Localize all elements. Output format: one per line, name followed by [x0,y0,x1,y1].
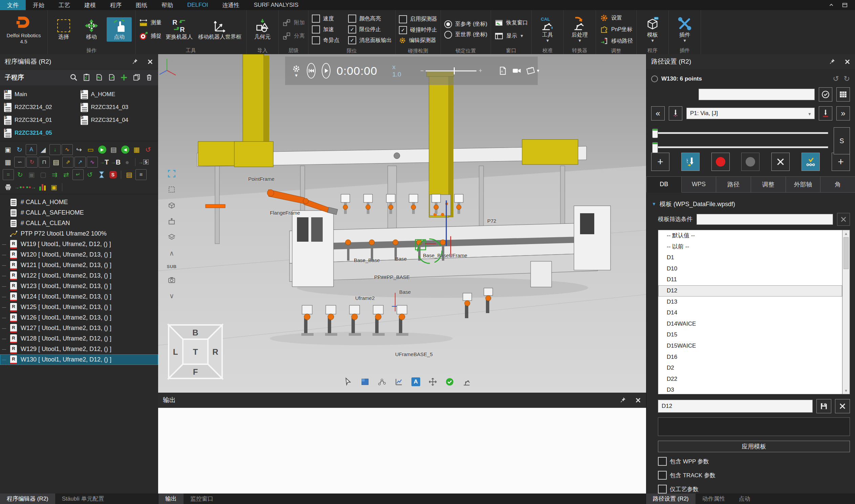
robot-jog-icon[interactable] [461,376,472,387]
export-pdf-icon[interactable]: A [498,66,507,75]
subprogram-Main[interactable]: MMain [3,88,79,101]
branch-if-icon[interactable]: ⇉ [50,169,60,180]
limit-option2-2[interactable]: 消息面板输出 [348,36,392,44]
attach-button[interactable]: 附加 [282,18,305,28]
swap-robot-button[interactable]: RR 更换机器人 [164,17,194,42]
curve-point-icon[interactable]: ∿ [87,157,98,167]
menu-item-4[interactable]: 程序 [103,0,129,10]
chevron-down-icon[interactable]: ∨ [166,291,177,301]
open-folder-icon[interactable]: ▤ [51,157,61,167]
output-content[interactable] [158,408,646,493]
position-slider[interactable] [653,132,828,134]
template-item-D2[interactable]: D2 [658,362,842,374]
simulation-ok-icon[interactable] [444,376,455,387]
statement-row-12[interactable]: —RW127 [ Utool1, Uframe2, D13, () ] [0,323,158,334]
collision-option-1-checkbox[interactable] [399,26,407,34]
collision-option-0-checkbox[interactable] [399,15,407,23]
statement-row-9[interactable]: —RW124 [ Utool1, Uframe2, D13, () ] [0,291,158,302]
subprogram-R2ZC3214_04[interactable]: SR2ZC3214_04 [79,114,156,127]
select-cursor-icon[interactable] [343,376,354,387]
spline-point-icon[interactable]: ∿ [61,144,73,155]
tab-角[interactable]: 角 [820,176,855,193]
subprogram-R2ZC3214_05[interactable]: SR2ZC3214_05 [3,127,79,140]
add-subprogram-icon[interactable] [120,73,128,82]
annotation-icon[interactable]: A [410,376,421,387]
last-point-button[interactable]: » [836,106,850,121]
pnp-coords-button[interactable]: PnP坐标 [599,25,633,34]
nodes-icon[interactable] [376,376,387,387]
macro-box-icon[interactable]: ▣ [49,182,59,192]
limit-option-2[interactable]: 奇异点 [312,36,339,44]
menu-item-7[interactable]: DELFOI [180,0,215,10]
add-point-before-button[interactable] [669,106,682,121]
statusbar-center-1[interactable]: 监控窗口 [183,493,220,504]
add-point-button[interactable]: + [651,152,670,171]
chart-icon[interactable] [393,376,404,387]
template-item-D10[interactable]: D10 [658,263,842,274]
conveyor-icon[interactable]: ▦ [131,145,142,155]
statement-row-10[interactable]: —RW125 [ Utool1, Uframe2, D13, () ] [0,302,158,312]
template-item-D1[interactable]: D1 [658,252,842,263]
fit-view-icon[interactable] [166,168,177,179]
statement-row-1[interactable]: # CALL A_SAFEHOME [0,208,158,218]
close-icon[interactable] [844,58,851,65]
limit-option2-0[interactable]: 颜色高亮 [348,15,392,23]
speed-mode-button[interactable]: S [834,127,850,154]
step-path-icon[interactable]: ⊓ [39,157,50,167]
cycle-icon[interactable]: ↺ [143,145,154,155]
statusbar-right-0[interactable]: 路径设置 (R2) [646,493,695,504]
close-icon[interactable] [147,58,154,65]
simulation-settings-button[interactable]: ▼ [292,64,301,77]
statusbar-left-1[interactable]: Stäubli 单元配置 [55,493,111,504]
subprogram-A_HOME[interactable]: SA_HOME [79,88,156,101]
snap-button[interactable]: 捕捉 [139,32,161,41]
template-name-input[interactable]: D12 [658,400,813,413]
projection-icon[interactable] [166,216,177,227]
menu-item-3[interactable]: 建模 [77,0,103,10]
statusbar-left-0[interactable]: 程序编辑器 (R2) [0,493,55,504]
area-select-icon[interactable] [166,184,177,195]
statusbar-center-0[interactable]: 输出 [159,493,183,504]
play-backward-icon[interactable]: ◀ [120,145,130,155]
refresh-icon[interactable]: ↺ [85,169,95,180]
speed-minus-icon[interactable]: − [420,67,424,74]
lock-radio-1-circle[interactable] [444,31,452,39]
select-tool-button[interactable]: 选择 [51,17,76,42]
limit-option2-2-checkbox[interactable] [348,36,356,44]
pin-icon[interactable] [619,397,626,403]
range-slider[interactable] [653,146,828,148]
template-section-caret[interactable]: ▼ [652,201,656,206]
film-icon[interactable]: ▼ [526,66,540,75]
tab-外部轴[interactable]: 外部轴 [786,176,821,193]
signal-in-icon[interactable]: ●●→ [26,182,36,192]
freehand-path-icon[interactable]: ∽ [14,157,25,167]
stop-icon[interactable]: S [108,169,118,180]
collapse-ribbon-icon[interactable] [828,2,835,8]
template-item-D15[interactable]: D15 [658,329,842,341]
point-dropdown[interactable]: P1: Via, [J] ▼ [687,108,815,119]
bounding-box-icon[interactable]: ▭ [85,145,96,155]
append-point-button[interactable]: + [832,152,850,171]
collision-option-0[interactable]: 启用探测器 [399,15,437,23]
return-icon[interactable]: ↵ [72,169,84,180]
statement-row-15[interactable]: —RW130 [ Utool1, Uframe2, D12, () ] [0,354,158,365]
point-table-button[interactable] [836,87,850,102]
collision-option-1[interactable]: 碰撞时停止 [399,26,437,34]
wait-icon[interactable] [96,169,107,180]
branch-else-icon[interactable]: ⇄ [61,169,71,180]
detach-button[interactable]: 分离 [282,32,305,41]
view-cube[interactable]: B L T R F [167,323,224,380]
menu-item-8[interactable]: 连通性 [215,0,247,10]
menu-item-0[interactable]: 文件 [0,0,26,10]
raise-point-icon[interactable]: ⇗ [62,157,73,167]
path-radio[interactable] [651,75,658,82]
statement-row-8[interactable]: —RW123 [ Utool1, Uframe2, D13, () ] [0,281,158,291]
template-item--- 以前 --[interactable]: -- 以前 -- [658,241,842,252]
redo-path-icon[interactable]: ↪ [74,145,84,155]
layers-icon[interactable] [166,232,177,242]
lock-radio-0-circle[interactable] [444,20,452,28]
template-item-D11[interactable]: D11 [658,274,842,285]
postprocess-button[interactable]: 后处理 ▼ [567,15,592,43]
edit-probe-button[interactable]: 编辑探测器 [399,37,437,44]
tab-路径[interactable]: 路径 [716,176,751,193]
